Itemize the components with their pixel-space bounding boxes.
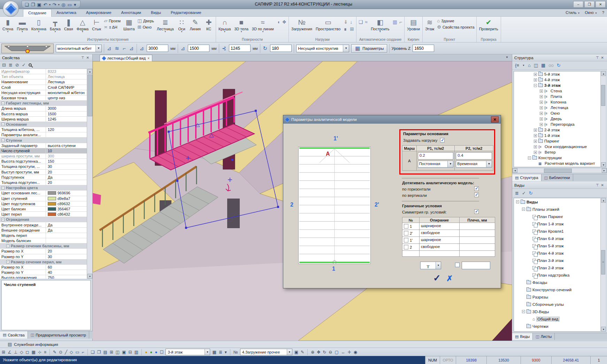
ribbon-button-Построить[interactable]: ◧Построить▼ (369, 17, 391, 34)
snap-icon[interactable]: ≡ (44, 350, 47, 355)
apply-icon[interactable]: ✓ (22, 62, 26, 68)
tree-item-Плита[interactable]: +{≡Плита (514, 94, 600, 99)
ramp-mode-icon[interactable]: ≋ (114, 45, 120, 52)
set-load-checkbox[interactable] (440, 138, 445, 142)
draw-icon[interactable]: ⊙ (59, 350, 63, 355)
tree-item-3D-Виды[interactable]: −3D-Виды (514, 308, 600, 315)
tree-item-Дверь[interactable]: +{≡Дверь (514, 116, 600, 122)
tree-item-План 5-й этаж[interactable]: План 5-й этаж (514, 242, 600, 249)
ribbon-button-Плита[interactable]: ▬Плита▼ (15, 17, 29, 34)
property-group[interactable]: −Ступени (0, 138, 87, 143)
list-view-icon[interactable]: ≣ (9, 62, 13, 68)
property-row[interactable]: Цвет ступенейd9e8a7 (0, 196, 87, 201)
snap-icon[interactable]: ⊹ (38, 350, 42, 355)
row-checkbox[interactable] (404, 245, 408, 249)
property-row[interactable]: Внутреннее огражде...Да (0, 222, 87, 227)
close-panel-icon[interactable]: ✕ (600, 56, 605, 60)
tool-icon[interactable]: ⇓ (344, 19, 348, 25)
ribbon-button-Этаж[interactable]: ≋Этаж (424, 17, 436, 32)
p1-input[interactable]: 0.2 (418, 152, 454, 160)
mode-icon[interactable]: ❏ (91, 350, 95, 355)
layers-icon[interactable]: {≡ (515, 63, 519, 68)
expand-groups-icon[interactable]: ⊟ (2, 62, 6, 68)
tool-icon[interactable]: ∎ (344, 26, 348, 32)
search-icon[interactable] (29, 63, 32, 67)
tree-item-Разрезы[interactable]: Разрезы (514, 293, 600, 301)
tool-icon[interactable]: ◖ (277, 19, 280, 25)
property-row[interactable]: Толщина подступен...20 (0, 180, 87, 185)
property-row[interactable]: Цвет подступенковc89632 (0, 201, 87, 207)
lamp-icon[interactable]: ● (149, 350, 153, 355)
dialog-titlebar[interactable]: Параметры аналитической модели ✕ (283, 115, 501, 124)
structure-hscrollbar[interactable]: ◄ ► (512, 168, 607, 173)
nav-icon[interactable]: ↔ (341, 350, 346, 355)
tree-item-План 3-й этаж[interactable]: План 3-й этаж (514, 257, 600, 264)
tree-item-4-й этаж[interactable]: +4-й этаж (514, 77, 600, 83)
tab-Листы[interactable]: ◫Листы (533, 333, 555, 340)
row-checkbox[interactable] (404, 238, 408, 242)
ribbon-button-Линия[interactable]: ✎Линия (189, 17, 202, 32)
tree-item-Окно[interactable]: +{≡Окно (514, 110, 600, 116)
ribbon-button-Колонна[interactable]: ▯Колонна▼ (30, 17, 48, 34)
tree-item-Виды[interactable]: −Виды (514, 198, 600, 206)
level-z-input[interactable] (413, 45, 434, 52)
ribbon-button-Свойства проекта[interactable]: ⚙Свойства проекта (437, 24, 474, 30)
ribbon-button-Окно[interactable]: ⊞Окно (138, 24, 154, 30)
property-row[interactable]: Цвет балясин356467 (0, 207, 87, 212)
property-row[interactable]: Размер по Y30 (0, 254, 87, 260)
property-row[interactable]: ширина проступи, мм300 (0, 154, 87, 159)
service-info-bar[interactable]: ▤ Служебная информация (0, 341, 607, 348)
property-row[interactable]: Размер по X60 (0, 265, 87, 270)
ribbon-button-КС[interactable]: ✚КС (203, 17, 215, 32)
property-row[interactable]: Высота ограждения750 (0, 275, 87, 279)
property-row[interactable]: Заданный параметрвысота ступени (0, 143, 87, 148)
support-cell[interactable]: шарнирное (420, 237, 460, 243)
tree-item-План надстройка[interactable]: План надстройка (514, 271, 600, 279)
minimize-button[interactable]: – (573, 1, 583, 8)
app-logo-icon[interactable] (3, 1, 19, 17)
window-menu[interactable]: Окно▼ (585, 10, 597, 15)
edit-icon[interactable]: ✎ (300, 350, 305, 355)
tree-item-Оси координационные[interactable]: +{≡Оси координационные (514, 144, 600, 149)
arm-input[interactable] (462, 262, 490, 269)
snap-icon[interactable]: ▦ (31, 350, 36, 355)
ok-button[interactable]: ✓ (433, 273, 441, 284)
property-row[interactable]: Внешнее ограждениеДа (0, 228, 87, 233)
tree-item-План 4-й этаж[interactable]: План 4-й этаж (514, 249, 600, 257)
tree-item-3-й этаж[interactable]: −3-й этаж (514, 83, 600, 88)
mode-icon[interactable]: ⊟ (128, 350, 132, 355)
storey-mode-icon[interactable]: ◫ (534, 63, 538, 68)
property-row[interactable]: СлойСлой САПФИР (0, 85, 87, 90)
support-cell[interactable]: свободное (420, 230, 460, 237)
pin-icon[interactable]: ⊤ (595, 183, 600, 187)
stretch-v-checkbox[interactable] (474, 193, 479, 197)
property-row[interactable]: Базовая точкацентр низ (0, 95, 87, 101)
apply-icon[interactable]: ✓ (522, 191, 526, 196)
march-height-input[interactable] (188, 45, 209, 52)
lamp-icon[interactable]: ● (154, 350, 157, 355)
snap-icon[interactable]: ⊥ (14, 350, 18, 355)
property-group[interactable]: −Размер сечения перил, мм (0, 260, 87, 265)
tree-item-Лестница[interactable]: +{≡Лестница (514, 105, 600, 110)
property-row[interactable]: Высота подступенка...150 (0, 159, 87, 164)
property-group[interactable]: −Габарит лестницы, мм (0, 101, 87, 106)
ribbon-button-Стык[interactable]: ⊢Стык (91, 17, 102, 32)
property-row[interactable]: НаименованиеЛестница (0, 79, 87, 85)
march-width-input[interactable] (229, 45, 251, 52)
tree-item-Стена[interactable]: +{≡Стена (514, 88, 600, 94)
home-icon[interactable]: ⌂ (528, 63, 531, 68)
edit-icon[interactable]: ▣ (294, 350, 299, 355)
arm-checkbox[interactable] (455, 263, 460, 267)
ribbon-button-Шахта[interactable]: ▦Шахта (122, 17, 136, 32)
property-row[interactable]: Высота марша1500 (0, 111, 87, 117)
lamp-icon[interactable]: ● (145, 350, 148, 355)
property-row[interactable]: Ширина марша1245 (0, 117, 87, 122)
tree-item-План Кровля1[interactable]: План Кровля1 (514, 227, 600, 235)
tree-item-Расчетная модель вариант[interactable]: ▦Расчетная модель вариант (514, 161, 600, 166)
ribbon-button-Проверить[interactable]: ✔Проверить (478, 17, 500, 32)
tab-Библиотеки[interactable]: ◫Библиотеки (541, 174, 573, 181)
property-row[interactable]: Толщина ж/бетона, ...120 (0, 127, 87, 132)
property-row[interactable]: Цвет перилc86432 (0, 212, 87, 217)
tree-item-План 1-й этаж[interactable]: План 1-й этаж (514, 220, 600, 227)
property-row[interactable]: Идентификатор8323 (0, 69, 87, 74)
